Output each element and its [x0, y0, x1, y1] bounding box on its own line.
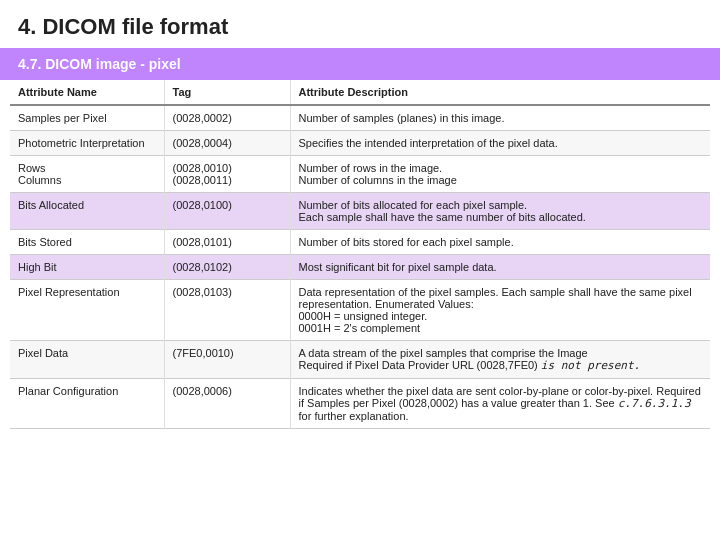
desc-cell: Number of bits allocated for each pixel …: [290, 193, 710, 230]
table-row: Bits Stored(0028,0101)Number of bits sto…: [10, 230, 710, 255]
desc-cell: Number of rows in the image.Number of co…: [290, 156, 710, 193]
desc-cell: Data representation of the pixel samples…: [290, 280, 710, 341]
attr-cell: Pixel Representation: [10, 280, 164, 341]
tag-cell: (0028,0006): [164, 379, 290, 429]
tag-cell: (0028,0004): [164, 131, 290, 156]
desc-cell: Indicates whether the pixel data are sen…: [290, 379, 710, 429]
table-row: High Bit(0028,0102)Most significant bit …: [10, 255, 710, 280]
tag-cell: (0028,0100): [164, 193, 290, 230]
desc-cell: A data stream of the pixel samples that …: [290, 341, 710, 379]
attr-cell: Pixel Data: [10, 341, 164, 379]
tag-cell: (0028,0103): [164, 280, 290, 341]
table-row: Pixel Data(7FE0,0010)A data stream of th…: [10, 341, 710, 379]
desc-cell: Most significant bit for pixel sample da…: [290, 255, 710, 280]
tag-cell: (0028,0101): [164, 230, 290, 255]
tag-cell: (7FE0,0010): [164, 341, 290, 379]
attr-cell: Bits Stored: [10, 230, 164, 255]
desc-cell: Number of bits stored for each pixel sam…: [290, 230, 710, 255]
table-row: Pixel Representation(0028,0103)Data repr…: [10, 280, 710, 341]
tag-cell: (0028,0102): [164, 255, 290, 280]
tag-cell: (0028,0002): [164, 105, 290, 131]
table-row: RowsColumns(0028,0010)(0028,0011)Number …: [10, 156, 710, 193]
header-desc: Attribute Description: [290, 80, 710, 105]
header-attr: Attribute Name: [10, 80, 164, 105]
section-header: 4.7. DICOM image - pixel: [0, 48, 720, 80]
attributes-table: Attribute Name Tag Attribute Description…: [10, 80, 710, 429]
table-row: Planar Configuration(0028,0006)Indicates…: [10, 379, 710, 429]
tag-cell: (0028,0010)(0028,0011): [164, 156, 290, 193]
table-container: Attribute Name Tag Attribute Description…: [0, 80, 720, 439]
attr-cell: High Bit: [10, 255, 164, 280]
desc-cell: Specifies the intended interpretation of…: [290, 131, 710, 156]
attr-cell: RowsColumns: [10, 156, 164, 193]
page-title: 4. DICOM file format: [0, 0, 720, 48]
header-tag: Tag: [164, 80, 290, 105]
attr-cell: Samples per Pixel: [10, 105, 164, 131]
attr-cell: Planar Configuration: [10, 379, 164, 429]
attr-cell: Photometric Interpretation: [10, 131, 164, 156]
attr-cell: Bits Allocated: [10, 193, 164, 230]
desc-cell: Number of samples (planes) in this image…: [290, 105, 710, 131]
table-row: Photometric Interpretation(0028,0004)Spe…: [10, 131, 710, 156]
table-row: Samples per Pixel(0028,0002)Number of sa…: [10, 105, 710, 131]
table-row: Bits Allocated(0028,0100)Number of bits …: [10, 193, 710, 230]
table-header-row: Attribute Name Tag Attribute Description: [10, 80, 710, 105]
